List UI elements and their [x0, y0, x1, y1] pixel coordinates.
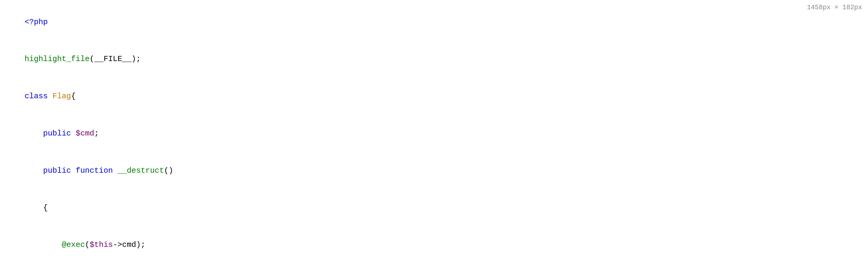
- code-token: (): [164, 166, 173, 175]
- code-token: highlight_file: [24, 55, 89, 63]
- code-line-6: {: [6, 189, 862, 227]
- dimension-info: 1458px × 182px: [807, 2, 862, 13]
- code-token: Flag: [53, 92, 71, 101]
- code-area: 1458px × 182px <?php highlight_file(__FI…: [0, 0, 868, 265]
- code-line-5: public function __destruct(): [6, 152, 862, 189]
- code-line-2: highlight_file(__FILE__);: [6, 41, 862, 78]
- code-token: public: [43, 129, 76, 138]
- code-token: ->cmd);: [113, 240, 145, 249]
- code-token: <?php: [24, 18, 48, 27]
- code-token: [24, 129, 43, 138]
- code-token: (__FILE__);: [90, 55, 141, 63]
- code-line-7: @exec($this->cmd);: [6, 227, 862, 264]
- code-line-4: public $cmd;: [6, 115, 862, 152]
- code-line-8: }: [6, 264, 862, 265]
- code-line-3: class Flag{: [6, 78, 862, 115]
- code-token: $cmd: [76, 129, 94, 138]
- code-token: [24, 166, 43, 175]
- code-token: __destruct: [117, 166, 164, 175]
- code-line-1: <?php: [6, 4, 862, 41]
- code-token: {: [24, 203, 48, 212]
- code-token: (: [85, 240, 90, 249]
- code-token: class: [24, 92, 53, 101]
- code-token: ;: [94, 129, 99, 138]
- code-token: @exec: [62, 240, 85, 249]
- code-token: $this: [90, 240, 113, 249]
- code-token: {: [71, 92, 76, 101]
- code-token: [24, 240, 62, 249]
- code-token: public function: [43, 166, 118, 175]
